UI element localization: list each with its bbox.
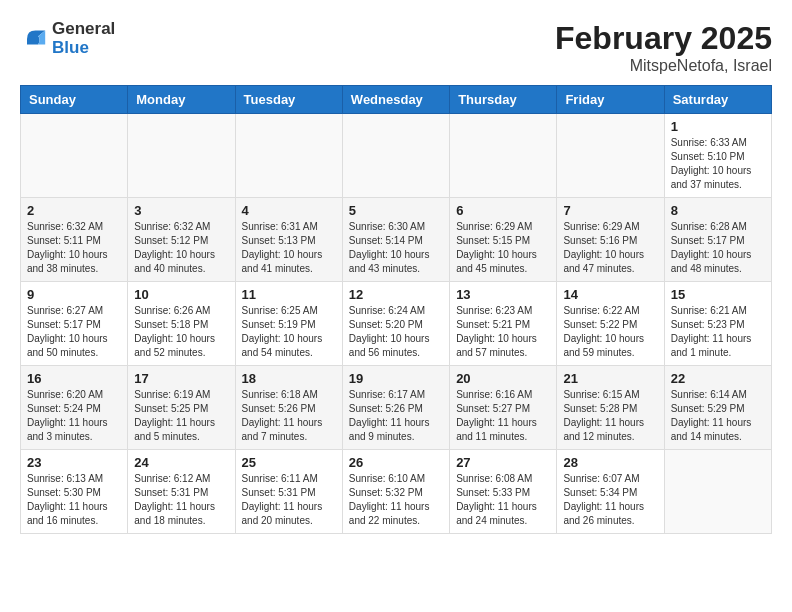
calendar-cell: 22Sunrise: 6:14 AM Sunset: 5:29 PM Dayli… xyxy=(664,366,771,450)
calendar-cell xyxy=(342,114,449,198)
calendar-cell: 7Sunrise: 6:29 AM Sunset: 5:16 PM Daylig… xyxy=(557,198,664,282)
calendar-cell: 21Sunrise: 6:15 AM Sunset: 5:28 PM Dayli… xyxy=(557,366,664,450)
calendar-cell: 3Sunrise: 6:32 AM Sunset: 5:12 PM Daylig… xyxy=(128,198,235,282)
calendar-cell xyxy=(21,114,128,198)
day-info: Sunrise: 6:08 AM Sunset: 5:33 PM Dayligh… xyxy=(456,472,550,528)
calendar-cell: 9Sunrise: 6:27 AM Sunset: 5:17 PM Daylig… xyxy=(21,282,128,366)
day-number: 7 xyxy=(563,203,657,218)
calendar-cell xyxy=(557,114,664,198)
calendar-week-5: 23Sunrise: 6:13 AM Sunset: 5:30 PM Dayli… xyxy=(21,450,772,534)
day-number: 27 xyxy=(456,455,550,470)
day-number: 2 xyxy=(27,203,121,218)
day-info: Sunrise: 6:18 AM Sunset: 5:26 PM Dayligh… xyxy=(242,388,336,444)
day-number: 28 xyxy=(563,455,657,470)
day-info: Sunrise: 6:10 AM Sunset: 5:32 PM Dayligh… xyxy=(349,472,443,528)
weekday-header-sunday: Sunday xyxy=(21,86,128,114)
day-info: Sunrise: 6:32 AM Sunset: 5:11 PM Dayligh… xyxy=(27,220,121,276)
calendar-table: SundayMondayTuesdayWednesdayThursdayFrid… xyxy=(20,85,772,534)
day-info: Sunrise: 6:17 AM Sunset: 5:26 PM Dayligh… xyxy=(349,388,443,444)
weekday-header-friday: Friday xyxy=(557,86,664,114)
calendar-cell xyxy=(664,450,771,534)
day-info: Sunrise: 6:29 AM Sunset: 5:16 PM Dayligh… xyxy=(563,220,657,276)
day-number: 24 xyxy=(134,455,228,470)
day-info: Sunrise: 6:20 AM Sunset: 5:24 PM Dayligh… xyxy=(27,388,121,444)
day-number: 15 xyxy=(671,287,765,302)
calendar-cell: 11Sunrise: 6:25 AM Sunset: 5:19 PM Dayli… xyxy=(235,282,342,366)
calendar-cell: 27Sunrise: 6:08 AM Sunset: 5:33 PM Dayli… xyxy=(450,450,557,534)
day-info: Sunrise: 6:14 AM Sunset: 5:29 PM Dayligh… xyxy=(671,388,765,444)
day-number: 23 xyxy=(27,455,121,470)
calendar-cell: 4Sunrise: 6:31 AM Sunset: 5:13 PM Daylig… xyxy=(235,198,342,282)
weekday-header-wednesday: Wednesday xyxy=(342,86,449,114)
day-info: Sunrise: 6:25 AM Sunset: 5:19 PM Dayligh… xyxy=(242,304,336,360)
day-number: 5 xyxy=(349,203,443,218)
day-number: 9 xyxy=(27,287,121,302)
day-number: 26 xyxy=(349,455,443,470)
calendar-cell: 20Sunrise: 6:16 AM Sunset: 5:27 PM Dayli… xyxy=(450,366,557,450)
calendar-cell: 12Sunrise: 6:24 AM Sunset: 5:20 PM Dayli… xyxy=(342,282,449,366)
day-number: 18 xyxy=(242,371,336,386)
calendar-cell: 2Sunrise: 6:32 AM Sunset: 5:11 PM Daylig… xyxy=(21,198,128,282)
day-info: Sunrise: 6:12 AM Sunset: 5:31 PM Dayligh… xyxy=(134,472,228,528)
day-number: 20 xyxy=(456,371,550,386)
day-number: 8 xyxy=(671,203,765,218)
calendar-cell: 1Sunrise: 6:33 AM Sunset: 5:10 PM Daylig… xyxy=(664,114,771,198)
day-info: Sunrise: 6:28 AM Sunset: 5:17 PM Dayligh… xyxy=(671,220,765,276)
day-number: 10 xyxy=(134,287,228,302)
day-info: Sunrise: 6:26 AM Sunset: 5:18 PM Dayligh… xyxy=(134,304,228,360)
calendar-cell: 10Sunrise: 6:26 AM Sunset: 5:18 PM Dayli… xyxy=(128,282,235,366)
logo-text: General Blue xyxy=(52,20,115,57)
calendar-cell: 28Sunrise: 6:07 AM Sunset: 5:34 PM Dayli… xyxy=(557,450,664,534)
day-info: Sunrise: 6:31 AM Sunset: 5:13 PM Dayligh… xyxy=(242,220,336,276)
month-title: February 2025 xyxy=(555,20,772,57)
calendar-cell: 8Sunrise: 6:28 AM Sunset: 5:17 PM Daylig… xyxy=(664,198,771,282)
calendar-week-3: 9Sunrise: 6:27 AM Sunset: 5:17 PM Daylig… xyxy=(21,282,772,366)
day-info: Sunrise: 6:30 AM Sunset: 5:14 PM Dayligh… xyxy=(349,220,443,276)
logo: General Blue xyxy=(20,20,115,57)
day-info: Sunrise: 6:27 AM Sunset: 5:17 PM Dayligh… xyxy=(27,304,121,360)
logo-general: General xyxy=(52,20,115,39)
calendar-cell: 23Sunrise: 6:13 AM Sunset: 5:30 PM Dayli… xyxy=(21,450,128,534)
weekday-header-tuesday: Tuesday xyxy=(235,86,342,114)
day-number: 4 xyxy=(242,203,336,218)
page-header: General Blue February 2025 MitspeNetofa,… xyxy=(20,20,772,75)
location-title: MitspeNetofa, Israel xyxy=(555,57,772,75)
calendar-cell: 15Sunrise: 6:21 AM Sunset: 5:23 PM Dayli… xyxy=(664,282,771,366)
calendar-cell: 5Sunrise: 6:30 AM Sunset: 5:14 PM Daylig… xyxy=(342,198,449,282)
calendar-cell: 26Sunrise: 6:10 AM Sunset: 5:32 PM Dayli… xyxy=(342,450,449,534)
day-info: Sunrise: 6:32 AM Sunset: 5:12 PM Dayligh… xyxy=(134,220,228,276)
day-info: Sunrise: 6:07 AM Sunset: 5:34 PM Dayligh… xyxy=(563,472,657,528)
calendar-cell: 16Sunrise: 6:20 AM Sunset: 5:24 PM Dayli… xyxy=(21,366,128,450)
calendar-cell: 6Sunrise: 6:29 AM Sunset: 5:15 PM Daylig… xyxy=(450,198,557,282)
day-info: Sunrise: 6:21 AM Sunset: 5:23 PM Dayligh… xyxy=(671,304,765,360)
day-info: Sunrise: 6:11 AM Sunset: 5:31 PM Dayligh… xyxy=(242,472,336,528)
weekday-header-monday: Monday xyxy=(128,86,235,114)
calendar-cell: 24Sunrise: 6:12 AM Sunset: 5:31 PM Dayli… xyxy=(128,450,235,534)
calendar-cell: 25Sunrise: 6:11 AM Sunset: 5:31 PM Dayli… xyxy=(235,450,342,534)
day-number: 6 xyxy=(456,203,550,218)
day-number: 1 xyxy=(671,119,765,134)
day-number: 19 xyxy=(349,371,443,386)
day-number: 17 xyxy=(134,371,228,386)
calendar-header-row: SundayMondayTuesdayWednesdayThursdayFrid… xyxy=(21,86,772,114)
day-number: 13 xyxy=(456,287,550,302)
day-number: 22 xyxy=(671,371,765,386)
day-number: 21 xyxy=(563,371,657,386)
day-number: 11 xyxy=(242,287,336,302)
day-info: Sunrise: 6:15 AM Sunset: 5:28 PM Dayligh… xyxy=(563,388,657,444)
calendar-week-4: 16Sunrise: 6:20 AM Sunset: 5:24 PM Dayli… xyxy=(21,366,772,450)
day-number: 25 xyxy=(242,455,336,470)
day-info: Sunrise: 6:16 AM Sunset: 5:27 PM Dayligh… xyxy=(456,388,550,444)
calendar-cell: 14Sunrise: 6:22 AM Sunset: 5:22 PM Dayli… xyxy=(557,282,664,366)
calendar-cell: 19Sunrise: 6:17 AM Sunset: 5:26 PM Dayli… xyxy=(342,366,449,450)
day-number: 14 xyxy=(563,287,657,302)
calendar-cell: 13Sunrise: 6:23 AM Sunset: 5:21 PM Dayli… xyxy=(450,282,557,366)
title-block: February 2025 MitspeNetofa, Israel xyxy=(555,20,772,75)
day-info: Sunrise: 6:29 AM Sunset: 5:15 PM Dayligh… xyxy=(456,220,550,276)
day-info: Sunrise: 6:24 AM Sunset: 5:20 PM Dayligh… xyxy=(349,304,443,360)
calendar-week-1: 1Sunrise: 6:33 AM Sunset: 5:10 PM Daylig… xyxy=(21,114,772,198)
calendar-week-2: 2Sunrise: 6:32 AM Sunset: 5:11 PM Daylig… xyxy=(21,198,772,282)
day-info: Sunrise: 6:22 AM Sunset: 5:22 PM Dayligh… xyxy=(563,304,657,360)
day-info: Sunrise: 6:23 AM Sunset: 5:21 PM Dayligh… xyxy=(456,304,550,360)
day-info: Sunrise: 6:19 AM Sunset: 5:25 PM Dayligh… xyxy=(134,388,228,444)
